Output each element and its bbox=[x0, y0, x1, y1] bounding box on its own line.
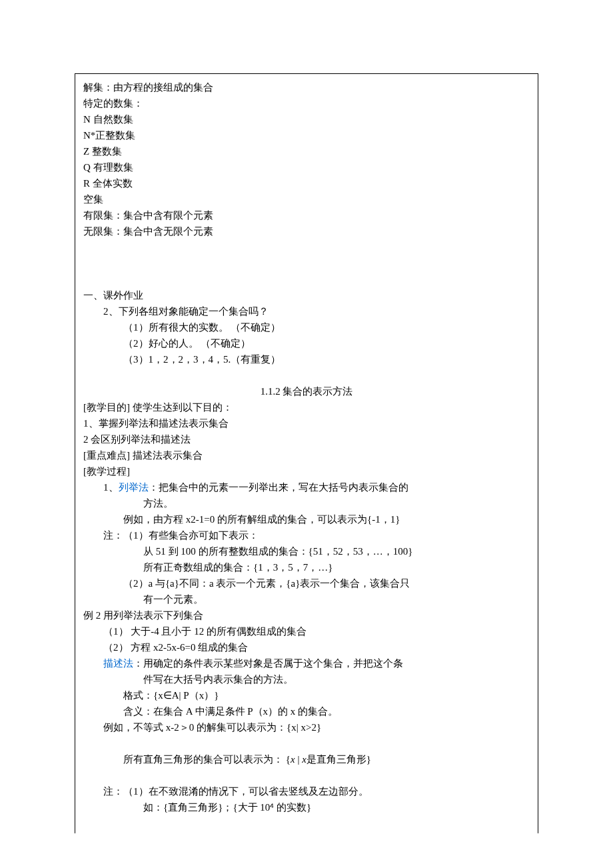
enum-keyword: 列举法 bbox=[119, 482, 149, 493]
section-title: 1.1.2 集合的表示方法 bbox=[83, 383, 530, 399]
document-frame: 解集：由方程的接组成的集合 特定的数集： N 自然数集 N*正整数集 Z 整数集… bbox=[75, 73, 538, 833]
enum-note-item: 有一个元素。 bbox=[83, 591, 530, 607]
text-fragment: 所有直角三角形的集合可以表示为： bbox=[123, 754, 283, 765]
enum-lead-cont: 方法。 bbox=[83, 495, 530, 511]
formula: {x | x是直角三角形} bbox=[286, 754, 371, 765]
text-line: 空集 bbox=[83, 191, 530, 207]
enum-note-item: 所有正奇数组成的集合：{1，3，5，7，…} bbox=[83, 559, 530, 575]
enum-note-head: 注：（1）有些集合亦可如下表示： bbox=[83, 527, 530, 543]
desc-lead: 描述法：用确定的条件表示某些对象是否属于这个集合，并把这个条 bbox=[83, 655, 530, 671]
aims-item: 2 会区别列举法和描述法 bbox=[83, 431, 530, 447]
text-line: Q 有理数集 bbox=[83, 159, 530, 175]
text-line: 解集：由方程的接组成的集合 bbox=[83, 79, 530, 95]
brace: { bbox=[286, 754, 291, 765]
text-fragment: ：用确定的条件表示某些对象是否属于这个集合，并把这个条 bbox=[133, 658, 403, 669]
desc-meaning: 含义：在集合 A 中满足条件 P（x）的 x 的集合。 bbox=[83, 703, 530, 719]
text-line: 有限集：集合中含有限个元素 bbox=[83, 207, 530, 223]
text-line: N 自然数集 bbox=[83, 111, 530, 127]
difficulty-line: [重点难点] 描述法表示集合 bbox=[83, 447, 530, 463]
text-line: 无限集：集合中含无限个元素 bbox=[83, 223, 530, 239]
enum-lead: 1、列举法：把集合中的元素一一列举出来，写在大括号内表示集合的 bbox=[83, 479, 530, 495]
text-fragment: ：把集合中的元素一一列举出来，写在大括号内表示集合的 bbox=[149, 482, 408, 493]
example2-item: （2） 方程 x2-5x-6=0 组成的集合 bbox=[83, 639, 530, 655]
desc-triangle: 所有直角三角形的集合可以表示为： {x | x是直角三角形} bbox=[83, 751, 530, 767]
desc-keyword: 描述法 bbox=[103, 658, 133, 669]
var-x: x bbox=[302, 754, 306, 765]
homework-item: （2）好心的人。 （不确定） bbox=[83, 335, 530, 351]
homework-item: （3）1，2，2，3，4，5.（有重复） bbox=[83, 351, 530, 367]
example2-heading: 例 2 用列举法表示下列集合 bbox=[83, 607, 530, 623]
var-x: x bbox=[291, 754, 295, 765]
text-line: Z 整数集 bbox=[83, 143, 530, 159]
aims-item: 1、掌握列举法和描述法表示集合 bbox=[83, 415, 530, 431]
desc-format: 格式：{x∈A| P（x）} bbox=[83, 687, 530, 703]
text-line: R 全体实数 bbox=[83, 175, 530, 191]
enum-note-item: 从 51 到 100 的所有整数组成的集合：{51，52，53，…，100} bbox=[83, 543, 530, 559]
bar: | bbox=[295, 754, 303, 765]
aims-heading: [教学目的] 使学生达到以下目的： bbox=[83, 399, 530, 415]
text-line: N*正整数集 bbox=[83, 127, 530, 143]
desc-lead-cont: 件写在大括号内表示集合的方法。 bbox=[83, 671, 530, 687]
text-line: 特定的数集： bbox=[83, 95, 530, 111]
enum-example: 例如，由方程 x2-1=0 的所有解组成的集合，可以表示为{-1，1} bbox=[83, 511, 530, 527]
homework-item: （1）所有很大的实数。 （不确定） bbox=[83, 319, 530, 335]
homework-question: 2、下列各组对象能确定一个集合吗？ bbox=[83, 303, 530, 319]
text-fragment: 是直角三角形} bbox=[306, 754, 371, 765]
desc-example: 例如，不等式 x-2＞0 的解集可以表示为：{x| x>2} bbox=[83, 719, 530, 735]
process-heading: [教学过程] bbox=[83, 463, 530, 479]
example2-item: （1） 大于-4 且小于 12 的所有偶数组成的集合 bbox=[83, 623, 530, 639]
desc-note-head: 注：（1）在不致混淆的情况下，可以省去竖线及左边部分。 bbox=[83, 783, 530, 799]
text-fragment: 1、 bbox=[103, 482, 119, 493]
desc-note-item: 如：{直角三角形}；{大于 10⁴ 的实数} bbox=[83, 799, 530, 815]
enum-note-item: （2）a 与{a}不同：a 表示一个元素，{a}表示一个集合，该集合只 bbox=[83, 575, 530, 591]
homework-heading: 一、课外作业 bbox=[83, 287, 530, 303]
